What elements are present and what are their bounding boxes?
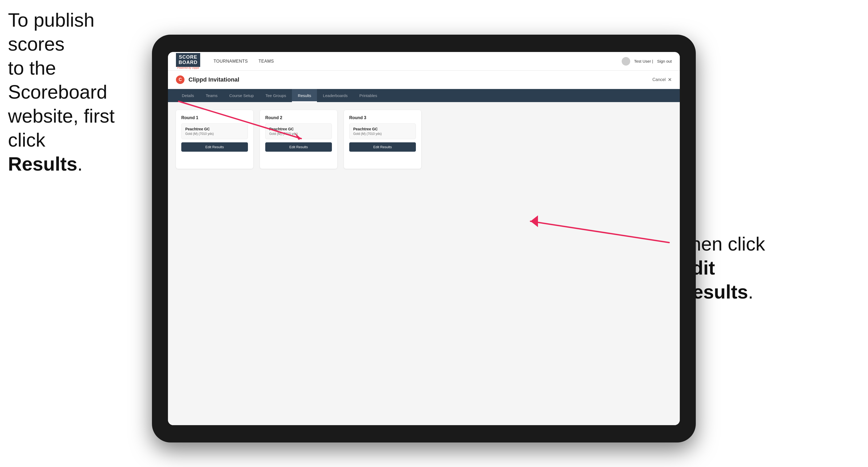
tablet-screen: SCORE BOARD Powered by clippd TOURNAMENT…: [168, 52, 680, 425]
nav-links: TOURNAMENTS TEAMS: [214, 59, 622, 64]
tab-results[interactable]: Results: [292, 89, 317, 102]
tab-details[interactable]: Details: [176, 89, 200, 102]
nav-teams[interactable]: TEAMS: [258, 59, 274, 64]
round-2-course-name: Peachtree GC: [269, 127, 328, 131]
tab-leaderboards[interactable]: Leaderboards: [317, 89, 353, 102]
round-3-card: Round 3 Peachtree GC Gold (M) (7010 yds)…: [344, 110, 421, 169]
tab-tee-groups[interactable]: Tee Groups: [260, 89, 292, 102]
round-3-course-name: Peachtree GC: [353, 127, 412, 131]
round-1-course-details: Gold (M) (7010 yds): [185, 132, 244, 136]
cancel-label: Cancel: [652, 77, 666, 82]
tab-course-setup[interactable]: Course Setup: [223, 89, 260, 102]
edit-results-btn-3[interactable]: Edit Results: [349, 142, 416, 152]
round-1-course-name: Peachtree GC: [185, 127, 244, 131]
left-instruction: To publish scores to the Scoreboard webs…: [8, 8, 120, 176]
sub-nav: Details Teams Course Setup Tee Groups Re…: [168, 89, 680, 102]
round-2-card: Round 2 Peachtree GC Gold (M) (7010 yds)…: [260, 110, 337, 169]
instruction-line4-prefix: click: [8, 129, 45, 151]
instruction-line3: website, first: [8, 105, 115, 127]
logo-line1: SCORE: [179, 55, 197, 60]
tab-printables[interactable]: Printables: [353, 89, 383, 102]
round-2-title: Round 2: [265, 116, 332, 120]
tournament-title-area: C Clippd Invitational: [176, 75, 239, 84]
round-1-card: Round 1 Peachtree GC Gold (M) (7010 yds)…: [176, 110, 253, 169]
instruction-line4-suffix: .: [77, 153, 83, 175]
tournament-icon: C: [176, 75, 184, 84]
tournament-header: C Clippd Invitational Cancel ✕: [168, 71, 680, 89]
user-avatar: [622, 57, 630, 66]
tournament-title: Clippd Invitational: [188, 76, 239, 83]
logo-area: SCORE BOARD Powered by clippd: [176, 53, 200, 69]
nav-right: Test User | Sign out: [622, 57, 672, 66]
logo-subtitle: Powered by clippd: [177, 66, 199, 69]
instruction-right-suffix: .: [748, 281, 753, 303]
instruction-line1: To publish scores: [8, 9, 94, 55]
nav-tournaments[interactable]: TOURNAMENTS: [214, 59, 248, 64]
tournament-icon-letter: C: [179, 77, 182, 82]
instruction-results-bold: Results: [8, 153, 77, 175]
cancel-button[interactable]: Cancel ✕: [652, 77, 672, 83]
tablet-frame: SCORE BOARD Powered by clippd TOURNAMENT…: [152, 35, 696, 442]
logo-line2: BOARD: [179, 60, 197, 65]
user-label: Test User |: [634, 59, 653, 63]
top-nav: SCORE BOARD Powered by clippd TOURNAMENT…: [168, 52, 680, 71]
round-1-title: Round 1: [181, 116, 248, 120]
logo-box: SCORE BOARD: [176, 53, 200, 67]
round-1-course-card: Peachtree GC Gold (M) (7010 yds): [181, 123, 248, 139]
tab-teams[interactable]: Teams: [200, 89, 223, 102]
round-3-course-card: Peachtree GC Gold (M) (7010 yds): [349, 123, 416, 139]
main-content: Round 1 Peachtree GC Gold (M) (7010 yds)…: [168, 102, 680, 425]
edit-results-btn-2[interactable]: Edit Results: [265, 142, 332, 152]
instruction-line2: to the Scoreboard: [8, 57, 107, 103]
round-3-course-details: Gold (M) (7010 yds): [353, 132, 412, 136]
close-icon: ✕: [668, 77, 672, 83]
round-2-course-details: Gold (M) (7010 yds): [269, 132, 328, 136]
edit-results-btn-1[interactable]: Edit Results: [181, 142, 248, 152]
sign-out-link[interactable]: Sign out: [657, 59, 672, 63]
round-3-title: Round 3: [349, 116, 416, 120]
round-2-course-card: Peachtree GC Gold (M) (7010 yds): [265, 123, 332, 139]
